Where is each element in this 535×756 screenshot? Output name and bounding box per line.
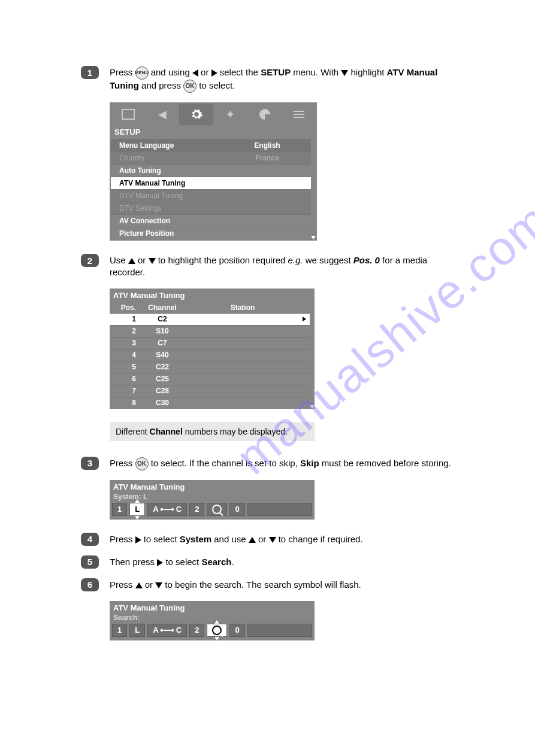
tune-cell-system: L — [129, 624, 145, 637]
channel-row: 8C30 — [110, 397, 310, 409]
down-arrow-icon — [269, 537, 276, 543]
bold-text: System — [180, 534, 211, 544]
right-arrow-icon — [135, 536, 141, 544]
step-number: 3 — [81, 457, 99, 470]
note-box: Different Channel numbers may be display… — [110, 422, 315, 441]
menu-label: DTV Settings — [119, 204, 306, 212]
menu-label: AV Connection — [119, 217, 306, 225]
step-5: 5 Then press to select Search. — [81, 555, 451, 569]
header-channel: Channel — [138, 303, 186, 312]
text: and using — [149, 67, 192, 77]
cell-channel: C22 — [138, 363, 186, 371]
channel-row: 3C7 — [110, 337, 310, 349]
bold-text: Search — [201, 557, 231, 567]
tab-timer — [247, 104, 282, 125]
menu-value: English — [228, 141, 306, 150]
right-arrow-icon — [157, 559, 163, 566]
step-number: 6 — [81, 578, 99, 591]
cell-pos: 5 — [110, 363, 138, 371]
text: to select — [141, 534, 180, 544]
text: Different — [116, 427, 150, 436]
scroll-indicator — [311, 139, 316, 239]
down-arrow-icon — [155, 582, 162, 588]
menu-label: DTV Manual Tuning — [119, 192, 306, 200]
text: or — [143, 579, 156, 590]
up-arrow-icon — [128, 258, 135, 264]
setup-menu-screenshot: ◀ ✦ SETUP Menu LanguageEnglish CountryFr… — [110, 102, 317, 241]
channel-row-selected: 1C2 — [110, 313, 310, 325]
menu-item-dtv-manual-tuning: DTV Manual Tuning — [111, 189, 311, 202]
clock-icon — [259, 109, 270, 120]
step-text: Use or to highlight the position require… — [110, 254, 451, 279]
gear-icon — [190, 108, 203, 121]
down-arrow-icon — [135, 516, 140, 520]
text: Use — [110, 255, 128, 265]
text: Then press — [110, 557, 157, 567]
cell-value: C — [176, 626, 182, 634]
bold-text: Channel — [150, 427, 183, 436]
speaker-icon: ◀ — [158, 108, 167, 121]
tuning-subtitle: Search: — [110, 614, 315, 624]
tuning-subtitle: System: L — [110, 493, 315, 503]
bold-italic-text: Pos. 0 — [353, 255, 380, 265]
up-arrow-icon — [249, 537, 256, 543]
up-arrow-icon — [135, 499, 140, 503]
menu-lines-icon — [294, 109, 304, 120]
tune-cell-position: 1 — [112, 503, 127, 516]
tune-cell-station — [247, 624, 312, 637]
cell-channel: S10 — [138, 327, 186, 335]
scroll-indicator — [310, 302, 315, 409]
link-icon — [161, 629, 174, 631]
tuning-title: ATV Manual Tuning — [110, 480, 315, 493]
ok-button-icon: OK — [183, 80, 197, 93]
bold-text: SETUP — [261, 67, 291, 77]
star-icon: ✦ — [225, 107, 235, 122]
channel-table-title: ATV Manual Tuning — [110, 289, 315, 302]
tune-cell-channel: 2 — [189, 503, 204, 516]
tune-cell-fine: 0 — [229, 624, 244, 637]
menu-label: Country — [119, 154, 228, 162]
tune-cell-search — [207, 503, 227, 516]
step-text: Press MENU and using or select the SETUP… — [110, 66, 451, 93]
chevron-down-icon — [310, 405, 315, 409]
text: Press — [110, 458, 135, 468]
step-text: Press or to begin the search. The search… — [110, 578, 451, 591]
cell-value: C — [176, 505, 182, 514]
menu-item-dtv-settings: DTV Settings — [111, 202, 311, 214]
tuning-title: ATV Manual Tuning — [110, 601, 315, 614]
tune-cell-colour: A C — [147, 624, 187, 637]
text: and use — [211, 534, 249, 544]
tune-cell-position: 1 — [112, 624, 127, 637]
channel-row: 6C25 — [110, 373, 310, 385]
step-number: 2 — [81, 254, 99, 267]
text: Press — [110, 67, 135, 77]
manual-page: 1 Press MENU and using or select the SET… — [0, 0, 535, 690]
tuning-bar-search-screenshot: ATV Manual Tuning Search: 1 L A C 2 0 — [110, 601, 315, 640]
up-arrow-icon — [214, 620, 219, 624]
text: menu. With — [291, 67, 341, 77]
menu-item-picture-position: Picture Position — [111, 227, 311, 239]
tune-cell-station — [247, 503, 312, 516]
menu-item-atv-manual-tuning: ATV Manual Tuning — [111, 177, 311, 189]
bold-text: Skip — [300, 458, 319, 468]
setup-title: SETUP — [111, 125, 316, 139]
text: Press — [110, 579, 135, 590]
text: to select. — [197, 80, 235, 90]
cell-value: L — [135, 505, 140, 514]
step-3: 3 Press OK to select. If the channel is … — [81, 457, 451, 470]
header-pos: Pos. — [110, 303, 138, 312]
step-text: Press to select System and use or to cha… — [110, 533, 451, 546]
ok-button-icon: OK — [135, 457, 149, 470]
cell-pos: 7 — [110, 387, 138, 395]
text: or — [198, 67, 211, 77]
menu-item-language: Menu LanguageEnglish — [111, 139, 311, 151]
menu-item-auto-tuning: Auto Tuning — [111, 164, 311, 177]
text: or — [135, 255, 149, 265]
cell-channel: C7 — [138, 339, 186, 347]
text: Press — [110, 534, 135, 544]
screen-icon — [122, 109, 135, 120]
chevron-down-icon — [311, 236, 316, 239]
cell-value: A — [153, 505, 158, 514]
menu-value: France — [228, 154, 306, 162]
text: to begin the search. The search symbol w… — [162, 579, 361, 590]
